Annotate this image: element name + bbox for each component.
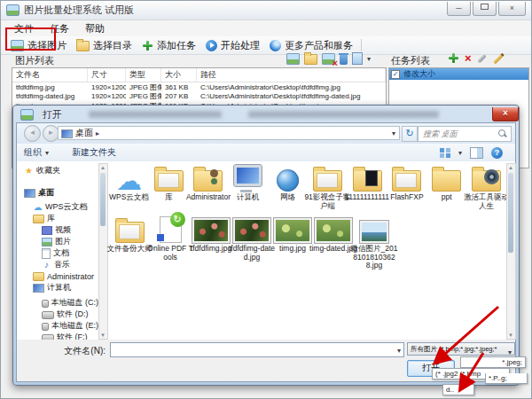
scroll-down-icon[interactable]: ▼ [99,332,106,339]
col-type[interactable]: 类型 [126,68,161,82]
maximize-button[interactable] [473,2,497,16]
folder-icon [313,170,342,192]
views-dropdown-icon[interactable]: ▾ [458,149,462,157]
list-view-icon[interactable] [352,52,363,65]
file-item-computer[interactable]: 计算机 [228,163,268,210]
chevron-down-icon[interactable]: ▾ [367,55,371,63]
file-item-administrator[interactable]: Administrator [189,163,229,210]
sidebar-item-music[interactable]: ♪音乐 [17,259,98,270]
select-folder-button[interactable]: 选择目录 [73,38,138,53]
cloud-icon: ☁ [116,170,142,192]
sidebar-item-favorites[interactable]: ★收藏夹 [17,165,98,176]
help-icon[interactable]: ? [491,147,503,159]
pdf-tool-icon [160,216,182,243]
scroll-up-icon[interactable]: ▲ [99,164,106,171]
cloud-icon: ☁ [33,202,43,212]
file-item-wechat-image[interactable]: 微信图片_20181018103628.jpg [354,215,395,270]
back-button[interactable]: ◄ [24,125,41,142]
dialog-close-button[interactable]: × [492,107,519,121]
task-list-toolbar: × [448,52,505,64]
brush-icon[interactable] [492,52,504,64]
col-size[interactable]: 大小 [161,68,197,82]
preview-pane-icon[interactable] [470,147,483,159]
computer-icon [33,284,44,293]
desktop-icon [61,129,73,138]
scroll-down-icon[interactable]: ▼ [507,332,514,339]
scrollbar-thumb[interactable] [508,173,513,253]
window-title: 图片批量处理系统 试用版 [24,4,134,17]
file-item-libraries[interactable]: 库 [149,163,189,210]
add-folder-icon[interactable] [304,54,317,65]
file-item-wps-cloud[interactable]: ☁WPS云文档 [109,163,149,210]
views-icon[interactable] [440,147,450,158]
sidebar-item-desktop[interactable]: 桌面 [17,187,98,199]
sidebar-item-pictures[interactable]: 图片 [17,236,98,247]
trash-icon[interactable] [340,55,348,65]
more-products-button[interactable]: 更多产品和服务 [266,38,359,53]
col-filename[interactable]: 文件名 [12,68,88,82]
sidebar-item-wps-cloud[interactable]: ☁WPS云文档 [17,201,98,213]
menu-help[interactable]: 帮助 [77,22,113,35]
file-item-91-client[interactable]: 91影视盒子客户端 [308,163,348,210]
image-list-label: 图片列表 [15,54,54,67]
minimize-button[interactable]: ─ [447,2,471,16]
remove-image-icon[interactable] [322,53,335,65]
sidebar-item-administrator[interactable]: Administrator [17,270,98,282]
chevron-down-icon: ▾ [45,149,49,157]
col-dimensions[interactable]: 尺寸 [88,68,126,82]
chevron-down-icon[interactable]: ▾ [397,347,401,355]
sidebar-item-disk-d[interactable]: 软件 (D:) [17,309,98,320]
add-task-icon[interactable] [448,52,459,64]
file-item-tfdfdfimg-dated[interactable]: tfdfdfimg-dated.jpg [231,215,272,270]
address-dropdown-icon[interactable]: ▾ [392,129,395,137]
dialog-icon [20,109,34,121]
file-item-timg[interactable]: timg.jpg [272,215,313,270]
filename-input[interactable]: ▾ [110,342,404,357]
checkbox-checked[interactable]: ✓ [391,70,400,79]
file-item-network[interactable]: 网络 [268,163,308,210]
file-item-ones-folder[interactable]: 111111111111 [348,163,387,210]
breadcrumb-location[interactable]: 桌面 [75,127,93,139]
refresh-button[interactable]: ↻ [402,126,418,142]
globe-swirl-icon [270,40,281,51]
sidebar-item-documents[interactable]: 文档 [17,247,98,259]
sidebar-item-computer[interactable]: 计算机 [17,282,98,293]
folder-icon [432,170,461,192]
file-item-ppt[interactable]: ppt [426,163,466,210]
folder-icon [154,170,184,192]
file-item-flashfxp[interactable]: FlashFXP [387,163,427,210]
sidebar-item-videos[interactable]: 视频 [17,224,98,236]
start-processing-button[interactable]: 开始处理 [202,38,266,53]
chevron-down-icon[interactable]: ▾ [508,347,512,356]
file-item-backup-master[interactable]: 文件备份大师 [109,215,150,270]
add-task-button[interactable]: 添加任务 [138,38,202,53]
sidebar-item-disk-e[interactable]: 本地磁盘 (E:) [17,320,98,332]
file-item-tfdfdfimg[interactable]: tfdfdfimg.jpg [191,215,231,270]
new-folder-button[interactable]: 新建文件夹 [65,146,123,159]
table-row[interactable]: tfdfdfimg-dated.jpg 1920×1200 JPEG 图像 20… [12,92,386,102]
music-note-icon: ♪ [42,260,51,270]
file-item-timg-dated[interactable]: timg-dated.jpg [313,215,354,270]
table-row[interactable]: tfdfdfimg.jpg 1920×1200 JPEG 图像 361 KB C… [12,82,386,92]
organize-button[interactable]: 组织 ▾ [17,146,56,159]
dialog-body: ◄ ► 桌面 ▸ ▾ ↻ 搜索 桌面 组织 ▾ [16,122,516,382]
breadcrumb-arrow-icon[interactable]: ▸ [96,129,99,137]
breadcrumb[interactable]: 桌面 ▸ ▾ [58,126,400,140]
wrench-icon[interactable] [477,53,487,63]
delete-task-icon[interactable]: × [465,52,472,64]
close-button[interactable]: × [498,2,526,16]
filter-tooltip-fragment: *.P..g; [485,373,528,384]
address-bar-row: ◄ ► 桌面 ▸ ▾ ↻ 搜索 桌面 [17,123,515,144]
sidebar-item-disk-c[interactable]: 本地磁盘 (C:) [17,297,98,309]
file-item-online-pdf-tools[interactable]: Online PDF Tools [150,215,191,270]
task-item-resize[interactable]: ✓ 修改大小 [389,68,528,80]
file-item-activation-tool[interactable]: 激活工具驱动人生 [466,163,506,210]
sidebar-item-libraries[interactable]: 库 [17,213,98,224]
scroll-up-icon[interactable]: ▲ [507,164,514,171]
add-image-icon[interactable] [286,53,300,65]
col-path[interactable]: 路径 [197,68,386,82]
file-area-scrollbar[interactable]: ▲ ▼ [506,163,516,340]
search-input[interactable]: 搜索 桌面 [418,126,512,142]
glass-ghost [248,111,439,118]
filetype-dropdown[interactable]: 所有图片 (*.bmp;*.jpg;*.jpeg;* ▾ [407,342,515,356]
